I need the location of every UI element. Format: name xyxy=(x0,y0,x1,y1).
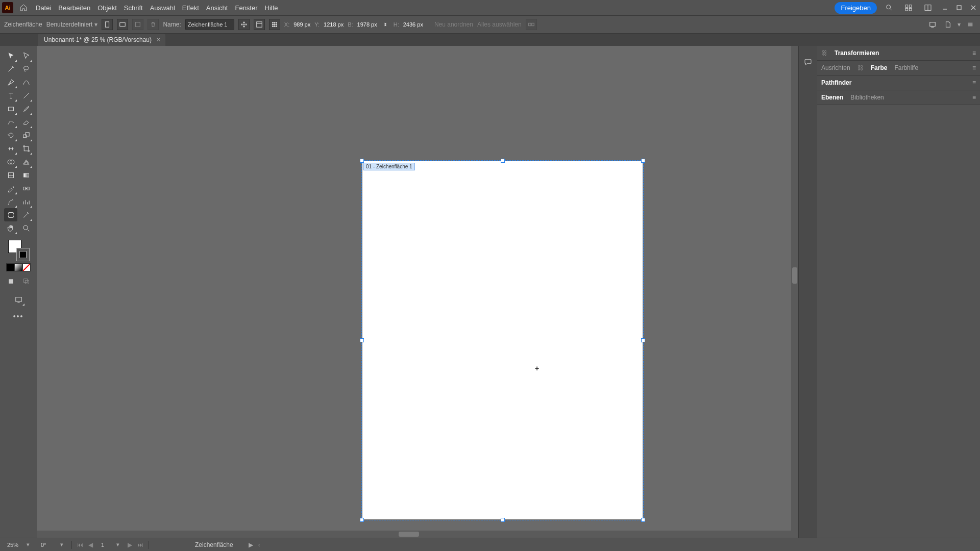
hand-tool[interactable] xyxy=(4,221,17,235)
artboard-first-button[interactable]: ⏮ xyxy=(77,541,83,548)
gradient-tool[interactable] xyxy=(19,168,33,182)
free-transform-tool[interactable] xyxy=(19,142,33,155)
vertical-scrollbar[interactable] xyxy=(791,46,798,538)
menu-ansicht[interactable]: Ansicht xyxy=(206,4,228,12)
artboard-name-input[interactable] xyxy=(185,19,234,30)
color-mode-none[interactable] xyxy=(22,263,31,271)
rectangle-tool[interactable] xyxy=(4,102,17,115)
h-value[interactable]: 2436 px xyxy=(403,21,423,28)
orientation-portrait-button[interactable] xyxy=(102,19,113,30)
status-play-icon[interactable]: ▶ xyxy=(249,541,253,548)
rotation-field[interactable]: 0° ▾ xyxy=(38,540,66,549)
artboard-number-field[interactable]: 1 ▾ xyxy=(98,540,122,549)
artboard-last-button[interactable]: ⏭ xyxy=(137,541,143,548)
panel-menu-icon[interactable] xyxy=(965,19,976,30)
color-mode-solid[interactable] xyxy=(6,263,14,271)
document-tab[interactable]: Unbenannt-1* @ 25 % (RGB/Vorschau) × xyxy=(38,34,165,46)
lasso-tool[interactable] xyxy=(19,62,33,76)
window-minimize[interactable] xyxy=(940,4,949,11)
window-close[interactable] xyxy=(969,4,978,11)
symbol-sprayer-tool[interactable] xyxy=(4,195,17,208)
color-guide-tab[interactable]: Farbhilfe xyxy=(894,64,918,71)
drawing-mode-normal[interactable] xyxy=(4,274,17,288)
line-segment-tool[interactable] xyxy=(19,89,33,102)
edit-toolbar-button[interactable]: ••• xyxy=(12,312,25,320)
artboard[interactable] xyxy=(362,161,643,519)
status-prev-icon[interactable]: ‹ xyxy=(258,541,260,548)
eyedropper-tool[interactable] xyxy=(4,182,17,195)
search-icon[interactable] xyxy=(883,2,895,14)
delete-artboard-button[interactable] xyxy=(148,19,159,30)
pen-tool[interactable] xyxy=(4,76,17,89)
width-tool[interactable] xyxy=(4,142,17,155)
curvature-tool[interactable] xyxy=(19,76,33,89)
blend-tool[interactable] xyxy=(19,182,33,195)
direct-selection-tool[interactable] xyxy=(19,49,33,62)
scale-tool[interactable] xyxy=(19,129,33,142)
fill-stroke-swatches[interactable] xyxy=(7,239,30,261)
artboard-chevron-icon[interactable]: ▾ xyxy=(116,541,119,548)
eraser-tool[interactable] xyxy=(19,115,33,129)
rotation-chevron-icon[interactable]: ▾ xyxy=(60,541,63,548)
rotate-tool[interactable] xyxy=(4,129,17,142)
perspective-grid-tool[interactable] xyxy=(19,155,33,168)
zoom-field[interactable]: 25% ▾ xyxy=(4,540,33,549)
gpu-preview-icon[interactable] xyxy=(927,19,938,30)
arrange-documents-icon[interactable] xyxy=(922,2,934,14)
artboard-tool[interactable] xyxy=(4,208,17,221)
canvas[interactable]: 01 - Zeichenfläche 1 + xyxy=(37,46,798,538)
select-all-button[interactable]: Alles auswählen xyxy=(477,21,522,28)
window-maximize[interactable] xyxy=(954,4,964,11)
workspace-switcher-icon[interactable] xyxy=(902,2,915,14)
orientation-landscape-button[interactable] xyxy=(117,19,128,30)
artboard-label[interactable]: 01 - Zeichenfläche 1 xyxy=(363,163,415,170)
column-graph-tool[interactable] xyxy=(19,195,33,208)
color-tab[interactable]: Farbe xyxy=(871,64,888,71)
home-icon[interactable] xyxy=(17,2,30,14)
align-artboards-button[interactable] xyxy=(526,19,537,30)
stroke-swatch[interactable] xyxy=(16,248,30,261)
panel-menu-icon[interactable]: ≡ xyxy=(972,94,976,101)
artboard-next-button[interactable]: ▶ xyxy=(128,541,132,548)
libraries-tab[interactable]: Bibliotheken xyxy=(850,94,884,101)
menu-effekt[interactable]: Effekt xyxy=(182,4,199,12)
new-artboard-button[interactable] xyxy=(132,19,143,30)
preset-chevron-icon[interactable]: ▾ xyxy=(94,21,97,28)
document-tab-close[interactable]: × xyxy=(157,36,160,43)
menu-schrift[interactable]: Schrift xyxy=(124,4,143,12)
menu-bearbeiten[interactable]: Bearbeiten xyxy=(58,4,90,12)
preset-label[interactable]: Benutzerdefiniert xyxy=(46,21,93,28)
artboard-prev-button[interactable]: ◀ xyxy=(88,541,93,548)
mesh-tool[interactable] xyxy=(4,168,17,182)
comments-panel-icon[interactable] xyxy=(802,56,814,68)
shape-builder-tool[interactable] xyxy=(4,155,17,168)
pathfinder-tab[interactable]: Pathfinder xyxy=(821,79,851,86)
type-tool[interactable] xyxy=(4,89,17,102)
menu-objekt[interactable]: Objekt xyxy=(97,4,117,12)
transform-panel-header[interactable]: ⛓ Transformieren ≡ xyxy=(817,46,980,60)
doc-setup-icon[interactable] xyxy=(942,19,953,30)
paintbrush-tool[interactable] xyxy=(19,102,33,115)
magic-wand-tool[interactable] xyxy=(4,62,17,76)
doc-setup-chevron-icon[interactable]: ▾ xyxy=(958,21,961,28)
selection-tool[interactable] xyxy=(4,49,17,62)
menu-datei[interactable]: Datei xyxy=(36,4,51,12)
link-wh-button[interactable] xyxy=(381,19,389,30)
zoom-chevron-icon[interactable]: ▾ xyxy=(27,541,30,548)
x-value[interactable]: 989 px xyxy=(293,21,310,28)
menu-hilfe[interactable]: Hilfe xyxy=(265,4,278,12)
rearrange-button[interactable]: Neu anordnen xyxy=(434,21,473,28)
w-value[interactable]: 1978 px xyxy=(357,21,377,28)
move-with-artboard-button[interactable] xyxy=(238,19,250,30)
y-value[interactable]: 1218 px xyxy=(324,21,344,28)
color-mode-gradient[interactable] xyxy=(14,263,22,271)
zoom-tool[interactable] xyxy=(19,221,33,235)
drawing-mode-behind[interactable] xyxy=(19,274,33,288)
panel-menu-icon[interactable]: ≡ xyxy=(972,64,976,71)
artboard-options-button[interactable] xyxy=(254,19,265,30)
slice-tool[interactable] xyxy=(19,208,33,221)
share-button[interactable]: Freigeben xyxy=(835,2,877,14)
horizontal-scrollbar[interactable] xyxy=(37,531,791,538)
menu-fenster[interactable]: Fenster xyxy=(235,4,257,12)
transform-tab[interactable]: Transformieren xyxy=(835,49,879,57)
